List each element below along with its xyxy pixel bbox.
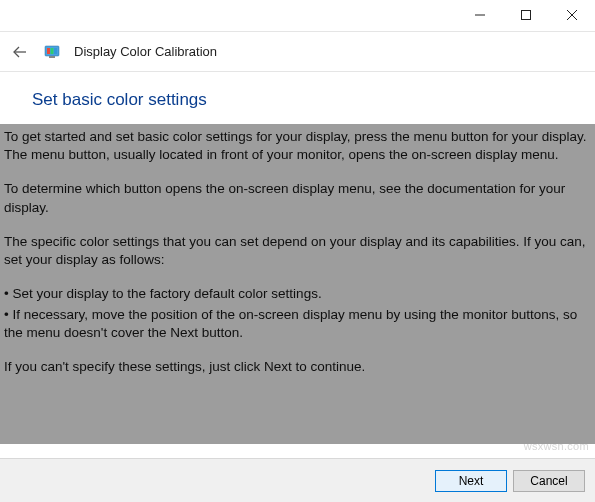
paragraph-capabilities: The specific color settings that you can… bbox=[4, 233, 591, 269]
bullet-move-menu: • If necessary, move the position of the… bbox=[4, 306, 591, 342]
cancel-button[interactable]: Cancel bbox=[513, 470, 585, 492]
bullet-factory-default: • Set your display to the factory defaul… bbox=[4, 285, 591, 303]
window-controls bbox=[457, 0, 595, 30]
svg-rect-7 bbox=[51, 48, 54, 54]
titlebar bbox=[0, 0, 595, 32]
header-bar: Display Color Calibration bbox=[0, 32, 595, 72]
close-button[interactable] bbox=[549, 0, 595, 30]
display-calibration-icon bbox=[44, 44, 60, 60]
svg-rect-8 bbox=[54, 48, 57, 54]
svg-rect-9 bbox=[49, 56, 55, 58]
content-body: To get started and set basic color setti… bbox=[0, 124, 595, 444]
minimize-button[interactable] bbox=[457, 0, 503, 30]
paragraph-continue: If you can't specify these settings, jus… bbox=[4, 358, 591, 376]
watermark-text: wsxwsn.com bbox=[524, 440, 589, 452]
window-title: Display Color Calibration bbox=[74, 44, 217, 59]
svg-rect-6 bbox=[47, 48, 50, 54]
paragraph-intro: To get started and set basic color setti… bbox=[4, 128, 591, 164]
back-arrow-icon[interactable] bbox=[10, 42, 30, 62]
heading-area: Set basic color settings bbox=[0, 72, 595, 124]
next-button[interactable]: Next bbox=[435, 470, 507, 492]
svg-rect-1 bbox=[522, 11, 531, 20]
paragraph-docs: To determine which button opens the on-s… bbox=[4, 180, 591, 216]
footer-bar: Next Cancel bbox=[0, 458, 595, 502]
page-heading: Set basic color settings bbox=[32, 90, 595, 110]
maximize-button[interactable] bbox=[503, 0, 549, 30]
